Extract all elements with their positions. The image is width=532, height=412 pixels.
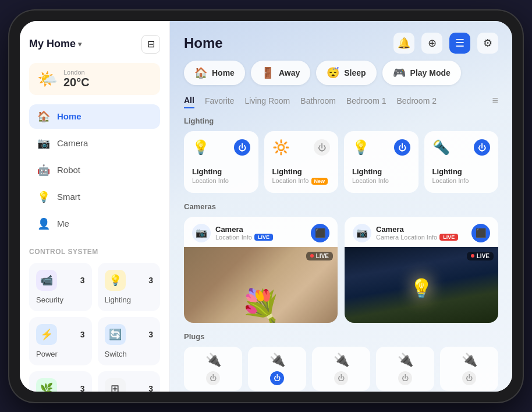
environment-icon: 🌿 bbox=[36, 378, 57, 392]
nav-items: 🏠 Home 📷 Camera 🤖 Robot 💡 Smart 👤 Me bbox=[29, 104, 160, 236]
away-mode-icon: 🚪 bbox=[261, 66, 274, 79]
camera-card-c2[interactable]: 📷 Camera Camera Location Info LIVE ⬛ 💡 L… bbox=[345, 217, 498, 323]
chevron-down-icon: ▾ bbox=[78, 40, 81, 48]
plus-icon: ⊕ bbox=[428, 37, 437, 50]
flowers-vase-icon: 💐 bbox=[240, 290, 281, 323]
menu-button[interactable]: ☰ bbox=[449, 33, 470, 54]
plugs-section-title: Plugs bbox=[184, 332, 498, 341]
camera-thumbnail-c1: 💐 LIVE bbox=[184, 247, 338, 323]
sidebar-item-me[interactable]: 👤 Me bbox=[29, 212, 160, 236]
plug-card-p1[interactable]: 🔌 ⏻ bbox=[184, 347, 242, 391]
sidebar-item-label-home: Home bbox=[57, 111, 81, 121]
control-card-power[interactable]: ⚡ 3 Power bbox=[29, 317, 92, 365]
plug-card-p5[interactable]: 🔌 ⏻ bbox=[440, 347, 498, 391]
control-card-security[interactable]: 📹 3 Security bbox=[29, 263, 92, 311]
bell-icon: 🔔 bbox=[398, 37, 410, 50]
sidebar-item-label-robot: Robot bbox=[57, 165, 80, 175]
control-card-switch[interactable]: 🔄 3 Switch bbox=[98, 317, 161, 365]
camera-grid: 📷 Camera Location Info LIVE ⬛ 💐 LIVE bbox=[184, 217, 498, 323]
control-count-others: 3 bbox=[148, 384, 153, 392]
plug-card-p3[interactable]: 🔌 ⏻ bbox=[312, 347, 370, 391]
category-tab-bathroom[interactable]: Bathroom bbox=[300, 94, 336, 108]
category-tab-living[interactable]: Living Room bbox=[244, 94, 290, 108]
lighting-grid: 💡 ⏻ Lighting Location Info 🔆 ⏻ Lighting … bbox=[184, 131, 498, 193]
sidebar-toggle-button[interactable]: ⊟ bbox=[141, 35, 160, 54]
camera-fullscreen-button-c1[interactable]: ⬛ bbox=[311, 224, 329, 242]
light-card-loc-l3: Location Info bbox=[352, 177, 410, 184]
control-card-lighting[interactable]: 💡 3 Lighting bbox=[98, 263, 161, 311]
camera-info-c2: 📷 Camera Camera Location Info LIVE bbox=[353, 224, 458, 242]
sidebar: My Home ▾ ⊟ 🌤️ London 20°C 🏠 Home 📷 Cam bbox=[20, 21, 170, 392]
light-card-name-l4: Lighting bbox=[432, 167, 491, 176]
light-card-name-l1: Lighting bbox=[192, 167, 250, 176]
control-card-others[interactable]: ⊞ 3 Others bbox=[98, 371, 161, 392]
home-mode-icon: 🏠 bbox=[194, 66, 207, 79]
control-card-environment[interactable]: 🌿 3 Environment bbox=[29, 371, 92, 392]
plug-power-btn-p5[interactable]: ⏻ bbox=[462, 371, 476, 385]
mode-tab-play[interactable]: 🎮 Play Mode bbox=[382, 61, 461, 85]
light-bulb-icon-l4: 🔦 bbox=[432, 139, 450, 156]
camera-fullscreen-button-c2[interactable]: ⬛ bbox=[471, 224, 490, 242]
category-tab-bedroom1[interactable]: Bedroom 1 bbox=[346, 94, 386, 108]
live-dot-c2 bbox=[471, 254, 474, 258]
home-title-text: My Home bbox=[29, 38, 76, 50]
plugs-grid: 🔌 ⏻ 🔌 ⏻ 🔌 ⏻ 🔌 ⏻ 🔌 ⏻ bbox=[184, 347, 498, 391]
power-button-l1[interactable]: ⏻ bbox=[234, 139, 250, 156]
control-card-top-switch: 🔄 3 bbox=[105, 324, 154, 345]
main-header: Home 🔔 ⊕ ☰ ⚙ bbox=[170, 21, 512, 61]
mode-tab-sleep[interactable]: 😴 Sleep bbox=[316, 61, 376, 85]
camera-avatar-c1: 📷 bbox=[192, 224, 211, 242]
camera-card-c1[interactable]: 📷 Camera Location Info LIVE ⬛ 💐 LIVE bbox=[184, 217, 338, 323]
category-tab-favorite[interactable]: Favorite bbox=[205, 94, 235, 108]
category-tab-bedroom2[interactable]: Bedroom 2 bbox=[396, 94, 436, 108]
camera-live-badge-c2: LIVE bbox=[439, 234, 458, 241]
control-count-lighting: 3 bbox=[148, 276, 153, 285]
settings-icon: ⚙ bbox=[483, 37, 492, 50]
security-icon: 📹 bbox=[36, 270, 57, 291]
mode-tab-home[interactable]: 🏠 Home bbox=[184, 61, 245, 85]
light-card-name-l2: Lighting bbox=[272, 167, 331, 176]
light-card-l1[interactable]: 💡 ⏻ Lighting Location Info bbox=[184, 131, 258, 193]
plug-power-btn-p2[interactable]: ⏻ bbox=[270, 371, 284, 385]
sidebar-item-smart[interactable]: 💡 Smart bbox=[29, 185, 160, 209]
plug-card-p2[interactable]: 🔌 ⏻ bbox=[248, 347, 306, 391]
home-title: My Home ▾ bbox=[29, 38, 81, 50]
sleep-mode-icon: 😴 bbox=[327, 66, 339, 79]
category-tab-all[interactable]: All bbox=[184, 93, 194, 108]
power-icon: ⚡ bbox=[36, 324, 57, 345]
power-button-l4[interactable]: ⏻ bbox=[474, 139, 490, 156]
light-card-l2[interactable]: 🔆 ⏻ Lighting Location InfoNew bbox=[264, 131, 339, 193]
add-button[interactable]: ⊕ bbox=[421, 33, 442, 54]
mode-tab-away[interactable]: 🚪 Away bbox=[251, 61, 310, 85]
weather-block: 🌤️ London 20°C bbox=[29, 63, 160, 95]
control-count-security: 3 bbox=[80, 276, 85, 285]
settings-button[interactable]: ⚙ bbox=[477, 33, 498, 54]
play-mode-icon: 🎮 bbox=[393, 66, 406, 79]
sidebar-item-label-me: Me bbox=[57, 219, 69, 228]
power-button-l2[interactable]: ⏻ bbox=[314, 139, 330, 156]
device-inner: My Home ▾ ⊟ 🌤️ London 20°C 🏠 Home 📷 Cam bbox=[20, 21, 512, 392]
plug-power-btn-p1[interactable]: ⏻ bbox=[206, 371, 220, 385]
camera-thumbnail-outdoor: 💡 LIVE bbox=[345, 247, 498, 323]
light-card-top-l2: 🔆 ⏻ bbox=[272, 139, 331, 156]
light-card-top-l4: 🔦 ⏻ bbox=[432, 139, 491, 156]
sidebar-item-home[interactable]: 🏠 Home bbox=[29, 104, 160, 129]
power-button-l3[interactable]: ⏻ bbox=[394, 139, 410, 156]
sidebar-header: My Home ▾ ⊟ bbox=[29, 35, 160, 54]
sidebar-item-label-camera: Camera bbox=[57, 138, 88, 148]
light-card-l4[interactable]: 🔦 ⏻ Lighting Location Info bbox=[424, 131, 499, 193]
category-more-icon[interactable]: ≡ bbox=[492, 94, 498, 107]
light-card-l3[interactable]: 💡 ⏻ Lighting Location Info bbox=[344, 131, 418, 193]
control-grid: 📹 3 Security 💡 3 Lighting ⚡ 3 Power 🔄 3 bbox=[29, 263, 160, 392]
notification-button[interactable]: 🔔 bbox=[393, 33, 414, 54]
sidebar-item-robot[interactable]: 🤖 Robot bbox=[29, 158, 160, 182]
plug-power-btn-p4[interactable]: ⏻ bbox=[398, 371, 412, 385]
plug-card-p4[interactable]: 🔌 ⏻ bbox=[376, 347, 434, 391]
plug-power-btn-p3[interactable]: ⏻ bbox=[334, 371, 348, 385]
control-label-security: Security bbox=[36, 295, 85, 304]
scroll-content: Lighting 💡 ⏻ Lighting Location Info 🔆 ⏻ … bbox=[170, 114, 512, 392]
sidebar-item-camera[interactable]: 📷 Camera bbox=[29, 131, 160, 156]
camera-name-c1: Camera bbox=[215, 225, 273, 234]
mode-tabs: 🏠 Home 🚪 Away 😴 Sleep 🎮 Play Mode bbox=[170, 61, 512, 93]
control-count-environment: 3 bbox=[80, 384, 85, 392]
